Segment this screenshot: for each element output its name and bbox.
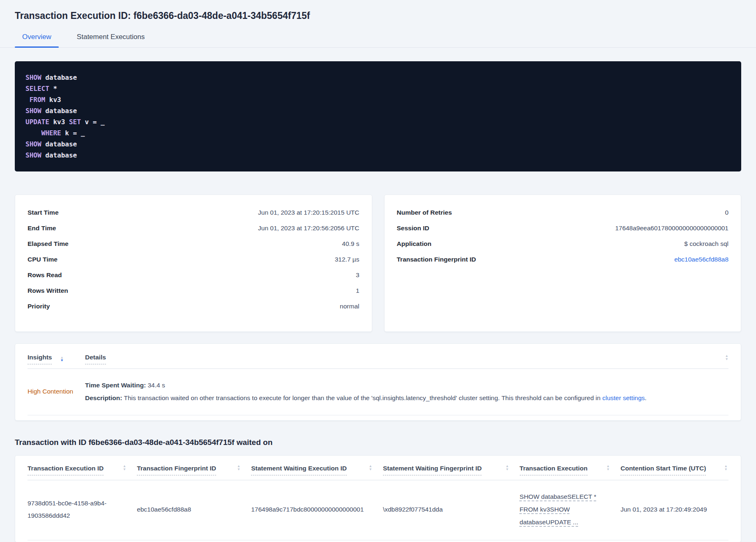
- sql-text: database: [41, 107, 77, 115]
- tab-statement-executions[interactable]: Statement Executions: [69, 29, 152, 47]
- tab-divider: [0, 47, 756, 48]
- insight-waiting-line: Time Spent Waiting: 34.4 s: [85, 379, 647, 391]
- sort-down-arrow: ▼: [123, 468, 126, 471]
- sql-text: kv3: [45, 96, 61, 104]
- sql-keyword: SET: [69, 118, 81, 126]
- cell-statement-waiting-fingerprint-id: \xdb8922f077541dda: [383, 480, 520, 540]
- sort-down-arrow: ▼: [724, 468, 728, 471]
- sql-text: database: [41, 140, 77, 148]
- insights-card: Insights▲▼Details▲▼ High ContentionTime …: [15, 343, 741, 421]
- description-suffix: .: [645, 394, 646, 401]
- column-header-transaction-fingerprint-id[interactable]: Transaction Fingerprint ID▲▼: [137, 465, 251, 480]
- page-title: Transaction Execution ID: f6be6366-da03-…: [15, 10, 741, 21]
- transaction-fingerprint-link[interactable]: ebc10ae56cfd88a8: [674, 256, 728, 263]
- sort-icon[interactable]: ▲▼: [60, 356, 63, 362]
- column-header-content: Contention Start Time (UTC)▲▼: [620, 465, 728, 475]
- sql-keyword: SHOW: [25, 74, 41, 81]
- sql-line: SHOW database: [25, 150, 731, 161]
- summary-row: Application$ cockroach sql: [397, 236, 729, 252]
- column-header-contention-start-time-utc[interactable]: Contention Start Time (UTC)▲▼: [620, 465, 728, 480]
- sql-line: FROM kv3: [25, 94, 731, 105]
- sql-line: UPDATE kv3 SET v = _: [25, 116, 731, 127]
- sql-line: SELECT *: [25, 83, 731, 94]
- insight-row-divider: [28, 415, 728, 415]
- insights-column-header[interactable]: Insights▲▼: [28, 354, 85, 364]
- summary-row: Number of Retries0: [397, 205, 729, 220]
- description-text: This transaction waited on other transac…: [122, 394, 602, 401]
- column-label: Transaction Execution: [520, 465, 588, 475]
- waited-on-heading: Transaction with ID f6be6366-da03-48de-a…: [15, 438, 741, 447]
- sort-icon[interactable]: ▲▼: [505, 465, 509, 471]
- column-label: Contention Start Time (UTC): [620, 465, 706, 475]
- cell-statement-waiting-execution-id: 176498a9c717bdc80000000000000001: [251, 480, 383, 540]
- sql-statements-box: SHOW databaseSELECT * FROM kv3SHOW datab…: [15, 61, 741, 171]
- table-row: 9738d051-bc0e-4158-a9b4-1903586ddd42ebc1…: [28, 480, 728, 540]
- waited-on-header-row: Transaction Execution ID▲▼Transaction Fi…: [28, 465, 728, 480]
- tab-bar: OverviewStatement Executions: [15, 29, 741, 47]
- sort-down-arrow: ▼: [606, 468, 610, 471]
- summary-value: Jun 01, 2023 at 17:20:56:2056 UTC: [258, 225, 359, 232]
- tab-overview[interactable]: Overview: [15, 29, 59, 47]
- summary-label: Elapsed Time: [28, 240, 69, 248]
- column-header-transaction-execution-id[interactable]: Transaction Execution ID▲▼: [28, 465, 137, 480]
- insight-description-line: Description: This transaction waited on …: [85, 391, 647, 404]
- summary-row: Transaction Fingerprint IDebc10ae56cfd88…: [397, 252, 729, 267]
- summary-row: Rows Read3: [28, 267, 360, 283]
- cell-transaction-fingerprint-id: ebc10ae56cfd88a8: [137, 480, 251, 540]
- sort-icon[interactable]: ▲▼: [725, 354, 728, 361]
- column-header-transaction-execution[interactable]: Transaction Execution▲▼: [520, 465, 621, 480]
- summary-value: normal: [340, 303, 359, 310]
- sql-text: *: [49, 85, 57, 93]
- summary-row: Elapsed Time40.9 s: [28, 236, 360, 252]
- sort-down-arrow: ▼: [725, 358, 728, 361]
- summary-value: 3: [356, 271, 360, 279]
- column-label: Statement Waiting Fingerprint ID: [383, 465, 482, 475]
- waiting-label: Time Spent Waiting:: [85, 382, 146, 389]
- execution-summary-card: Start TimeJun 01, 2023 at 17:20:15:2015 …: [15, 195, 372, 332]
- column-label-details: Details: [85, 354, 106, 364]
- sql-keyword: SHOW: [25, 107, 41, 115]
- column-header-statement-waiting-execution-id[interactable]: Statement Waiting Execution ID▲▼: [251, 465, 383, 480]
- sql-keyword: UPDATE: [25, 118, 49, 126]
- sql-keyword: SELECT: [25, 85, 49, 93]
- cell-transaction-execution: SHOW databaseSELECT * FROM kv3SHOW datab…: [520, 480, 621, 540]
- sql-text: [25, 129, 41, 137]
- summary-cards-row: Start TimeJun 01, 2023 at 17:20:15:2015 …: [15, 195, 741, 332]
- cluster-settings-link[interactable]: cluster settings: [602, 394, 645, 401]
- sql-keyword: FROM: [30, 96, 46, 104]
- sort-icon[interactable]: ▲▼: [123, 465, 126, 471]
- waited-on-table: Transaction Execution ID▲▼Transaction Fi…: [28, 465, 728, 540]
- description-label: Description:: [85, 394, 122, 401]
- cell-contention-start-time: Jun 01, 2023 at 17:20:49:2049: [620, 480, 728, 540]
- sort-icon[interactable]: ▲▼: [606, 465, 610, 471]
- waiting-value: 34.4 s: [146, 382, 165, 389]
- sql-text: database: [41, 151, 77, 159]
- summary-label: Rows Written: [28, 287, 68, 294]
- sql-keyword: SHOW: [25, 151, 41, 159]
- column-header-content: Transaction Execution ID▲▼: [28, 465, 137, 475]
- column-label: Statement Waiting Execution ID: [251, 465, 347, 475]
- column-header-content: Statement Waiting Fingerprint ID▲▼: [383, 465, 520, 475]
- cell-transaction-execution-id: 9738d051-bc0e-4158-a9b4-1903586ddd42: [28, 480, 137, 540]
- transaction-details-page: Transaction Execution ID: f6be6366-da03-…: [0, 0, 756, 542]
- insights-table-body: High ContentionTime Spent Waiting: 34.4 …: [28, 369, 728, 415]
- insights-table-header: Insights▲▼Details▲▼: [28, 352, 728, 368]
- sort-down-arrow: ▼: [505, 468, 509, 471]
- sql-line: SHOW database: [25, 105, 731, 116]
- insight-details: Time Spent Waiting: 34.4 sDescription: T…: [85, 379, 647, 404]
- waited-on-table-card: Transaction Execution ID▲▼Transaction Fi…: [15, 455, 741, 542]
- sql-text: k = _: [61, 129, 85, 137]
- sort-icon[interactable]: ▲▼: [724, 465, 728, 471]
- summary-label: Number of Retries: [397, 209, 452, 216]
- summary-label: End Time: [28, 225, 56, 232]
- summary-value: 312.7 µs: [335, 256, 360, 263]
- summary-row: Session ID17648a9eea60178000000000000000…: [397, 220, 729, 236]
- summary-label: Application: [397, 240, 431, 248]
- sort-icon[interactable]: ▲▼: [237, 465, 240, 471]
- transaction-execution-link[interactable]: SHOW databaseSELECT * FROM kv3SHOW datab…: [520, 493, 597, 526]
- summary-row: Rows Written1: [28, 283, 360, 299]
- column-header-statement-waiting-fingerprint-id[interactable]: Statement Waiting Fingerprint ID▲▼: [383, 465, 520, 480]
- sort-icon[interactable]: ▲▼: [369, 465, 372, 471]
- summary-value: 17648a9eea6017800000000000000001: [615, 225, 728, 232]
- sql-keyword: SHOW: [25, 140, 41, 148]
